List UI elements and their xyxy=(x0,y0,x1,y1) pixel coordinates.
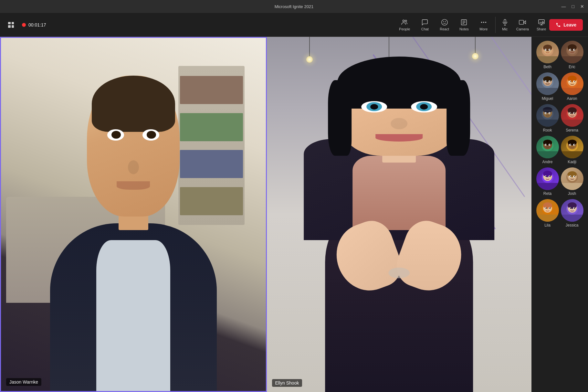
svg-point-92 xyxy=(545,176,547,177)
svg-rect-94 xyxy=(536,183,559,190)
participants-row-4: Andre Kadji xyxy=(534,136,585,167)
svg-point-52 xyxy=(574,81,575,82)
people-button[interactable]: People xyxy=(394,17,415,33)
svg-rect-118 xyxy=(561,215,583,222)
ellyn-name-label: Ellyn Shook xyxy=(272,379,302,387)
recording-indicator: 00:01:17 xyxy=(22,22,46,27)
restore-button[interactable]: □ xyxy=(572,4,574,9)
svg-rect-45 xyxy=(536,88,559,95)
avatar-kadji-image xyxy=(561,136,583,158)
svg-rect-57 xyxy=(543,110,552,111)
participant-name-miguel: Miguel xyxy=(542,96,553,101)
participants-row-6: Lila Jessica xyxy=(534,199,585,230)
leave-label: Leave xyxy=(563,22,576,27)
svg-rect-17 xyxy=(538,19,544,24)
avatar-lila xyxy=(536,199,559,222)
ellyn-eye-right xyxy=(411,101,437,112)
avatar-kadji xyxy=(561,136,583,158)
svg-point-76 xyxy=(545,144,546,145)
svg-point-27 xyxy=(549,49,550,50)
participant-aaron[interactable]: Aaron xyxy=(561,72,583,101)
ellyn-head xyxy=(340,61,458,156)
participant-name-beth: Beth xyxy=(543,65,551,69)
participants-row-3: Rook Serena xyxy=(534,104,585,135)
svg-rect-78 xyxy=(536,151,559,158)
avatar-serena-image xyxy=(561,104,583,127)
participant-name-eric: Eric xyxy=(569,65,575,69)
participants-row-1: Beth Eric xyxy=(534,41,585,72)
participant-miguel[interactable]: Miguel xyxy=(536,72,559,101)
avatar-beth-image xyxy=(536,41,559,63)
main-content: Jason Warnke xyxy=(0,37,588,392)
title-bar: Microsoft Ignite 2021 — □ ✕ xyxy=(0,0,588,13)
participant-kadji[interactable]: Kadji xyxy=(561,136,583,164)
participant-eric[interactable]: Eric xyxy=(561,41,583,69)
svg-rect-86 xyxy=(561,151,583,158)
svg-rect-36 xyxy=(561,56,583,63)
svg-point-117 xyxy=(574,207,575,209)
participant-rook[interactable]: Rook xyxy=(536,104,559,132)
svg-point-100 xyxy=(570,176,571,177)
react-icon xyxy=(441,19,448,26)
ellyn-hands xyxy=(330,223,468,291)
svg-point-109 xyxy=(549,207,551,209)
avatar-jessica xyxy=(561,199,583,222)
jason-shirt xyxy=(96,240,170,391)
svg-point-108 xyxy=(545,207,547,209)
notes-label: Notes xyxy=(459,27,469,31)
participant-name-jessica: Jessica xyxy=(565,223,578,228)
svg-point-81 xyxy=(568,140,577,145)
participant-andre[interactable]: Andre xyxy=(536,136,559,164)
chat-label: Chat xyxy=(421,27,429,31)
chat-button[interactable]: Chat xyxy=(416,17,434,33)
notes-button[interactable]: Notes xyxy=(455,17,473,33)
svg-point-85 xyxy=(574,144,575,145)
mic-button[interactable]: Mic xyxy=(498,17,512,33)
leave-button[interactable]: Leave xyxy=(549,19,583,31)
participant-reta[interactable]: Reta xyxy=(536,167,559,196)
ellyn-hair-top xyxy=(337,57,461,109)
people-label: People xyxy=(399,27,410,31)
people-icon xyxy=(401,19,408,26)
participant-jessica[interactable]: Jessica xyxy=(561,199,583,228)
more-button[interactable]: More xyxy=(475,17,493,33)
avatar-serena xyxy=(561,104,583,127)
svg-rect-16 xyxy=(519,20,524,24)
layout-toggle-button[interactable] xyxy=(5,19,17,31)
video-feed-right xyxy=(267,37,532,392)
mic-icon xyxy=(501,19,509,26)
react-button[interactable]: React xyxy=(435,17,454,33)
svg-point-84 xyxy=(570,144,571,145)
video-feed-left xyxy=(1,38,266,391)
participant-lila[interactable]: Lila xyxy=(536,199,559,228)
svg-point-34 xyxy=(570,49,571,50)
avatar-aaron-image xyxy=(561,72,583,95)
close-button[interactable]: ✕ xyxy=(580,4,584,9)
minimize-button[interactable]: — xyxy=(562,4,566,9)
participant-serena[interactable]: Serena xyxy=(561,104,583,132)
camera-button[interactable]: Camera xyxy=(513,17,532,33)
svg-point-113 xyxy=(568,202,577,209)
avatar-andre-image xyxy=(536,136,559,158)
svg-point-60 xyxy=(545,113,546,114)
svg-point-35 xyxy=(574,49,575,50)
window-controls: — □ ✕ xyxy=(562,4,584,9)
toolbar-left: 00:01:17 xyxy=(5,19,394,31)
svg-point-69 xyxy=(574,112,575,114)
participant-beth[interactable]: Beth xyxy=(536,41,559,69)
svg-rect-70 xyxy=(561,120,583,127)
participant-josh[interactable]: Josh xyxy=(561,167,583,196)
jason-name-label: Jason Warnke xyxy=(6,378,41,386)
recording-timer: 00:01:17 xyxy=(28,22,46,27)
participant-name-rook: Rook xyxy=(543,128,552,132)
share-button[interactable]: Share xyxy=(533,17,549,33)
avatar-miguel xyxy=(536,72,559,95)
avatar-josh-image xyxy=(561,167,583,190)
toolbar-right: Leave xyxy=(549,19,583,31)
window-title: Microsoft Ignite 2021 xyxy=(275,4,314,9)
svg-rect-62 xyxy=(536,120,559,127)
participant-name-kadji: Kadji xyxy=(568,160,576,164)
svg-point-43 xyxy=(545,81,546,82)
svg-marker-15 xyxy=(524,21,526,24)
camera-icon xyxy=(519,19,526,26)
